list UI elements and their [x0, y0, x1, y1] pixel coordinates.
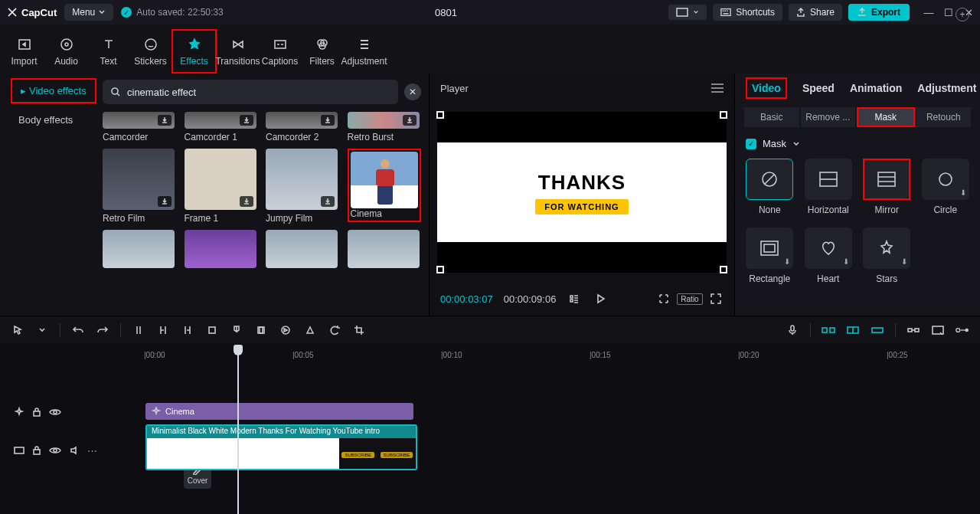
timeline[interactable]: ⋯ Cover |00:00 |00:05 |00:10 |00:15 |00:…	[0, 343, 980, 514]
ratio-button[interactable]: Ratio	[682, 291, 697, 306]
tab-filters[interactable]: Filters	[301, 29, 343, 74]
tab-text[interactable]: Text	[87, 29, 129, 74]
snap-2[interactable]	[846, 323, 860, 337]
mask-horizontal[interactable]	[805, 159, 852, 200]
highlight-mirror-mask	[863, 159, 910, 200]
effect-extra-3[interactable]	[266, 230, 338, 268]
shortcuts-button[interactable]: Shortcuts	[713, 4, 782, 21]
inspect-tab-speed[interactable]: Speed	[802, 82, 835, 94]
mask-mirror[interactable]	[864, 160, 909, 198]
timecode-total: 00:00:09:06	[504, 293, 557, 305]
preview-tool[interactable]	[931, 323, 945, 337]
mask-none[interactable]	[746, 159, 793, 200]
pointer-tool[interactable]	[11, 323, 24, 337]
aspect-ratio-button[interactable]	[668, 5, 707, 20]
chevron-down-icon[interactable]	[35, 323, 49, 337]
undo-button[interactable]	[71, 323, 85, 337]
effect-camcorder-1[interactable]	[185, 112, 256, 129]
effect-cinema[interactable]	[351, 152, 418, 208]
subtab-basic[interactable]: Basic	[744, 107, 799, 127]
lock-icon	[32, 445, 41, 456]
download-icon	[243, 116, 250, 124]
sidebar-item-video-effects[interactable]: ▸ Video effects	[13, 80, 94, 101]
effect-extra-1[interactable]	[103, 230, 175, 268]
download-icon	[406, 116, 413, 124]
share-button[interactable]: Share	[789, 4, 842, 21]
mask-toggle[interactable]: ✓ Mask	[746, 138, 969, 149]
maximize-button[interactable]: ☐	[943, 7, 954, 18]
mic-button[interactable]	[786, 323, 799, 337]
effect-retro-film[interactable]	[103, 149, 175, 210]
effect-extra-2[interactable]	[185, 230, 256, 268]
tab-audio[interactable]: Audio	[45, 29, 87, 74]
reverse-tool[interactable]	[279, 323, 292, 337]
tab-adjustment[interactable]: Adjustment	[343, 29, 385, 74]
mask-stars[interactable]: ⬇	[863, 228, 910, 269]
tab-effects[interactable]: Effects	[173, 31, 215, 72]
sidebar-item-body-effects[interactable]: Body effects	[11, 110, 80, 130]
tab-transitions[interactable]: Transitions	[217, 29, 259, 74]
player-menu-button[interactable]	[711, 83, 724, 93]
minimize-button[interactable]: —	[923, 7, 934, 18]
freeze-tool[interactable]	[254, 323, 268, 337]
clear-search-button[interactable]: ✕	[404, 83, 421, 100]
zoom-slider[interactable]	[956, 323, 969, 337]
aspect-icon	[676, 8, 688, 17]
menu-button[interactable]: Menu	[64, 4, 113, 21]
timecode-current: 00:00:03:07	[440, 293, 493, 305]
trim-right-tool[interactable]	[181, 323, 194, 337]
snap-3[interactable]	[871, 323, 884, 337]
inspect-tab-animation[interactable]: Animation	[850, 82, 902, 94]
effect-clip-cinema[interactable]: Cinema	[145, 403, 413, 420]
subtab-remove[interactable]: Remove ...	[801, 107, 856, 127]
more-icon[interactable]: ⋯	[87, 445, 97, 457]
crop-tool[interactable]	[352, 323, 366, 337]
play-button[interactable]	[593, 291, 608, 306]
link-tool[interactable]	[906, 323, 920, 337]
svg-rect-34	[34, 450, 40, 454]
video-clip-main[interactable]: Minimalist Black White Modern Thanks For…	[145, 424, 417, 470]
rotate-tool[interactable]	[328, 323, 341, 337]
tab-import[interactable]: Import	[3, 29, 45, 74]
inspect-tab-adjustment[interactable]: Adjustment	[917, 82, 976, 94]
redo-button[interactable]	[96, 323, 109, 337]
highlight-cinema: Cinema	[348, 149, 422, 222]
effect-retro-burst[interactable]	[348, 112, 420, 129]
subtab-retouch[interactable]: Retouch	[916, 107, 972, 127]
zoom-in-button[interactable]: +	[956, 8, 969, 21]
effect-camcorder-2[interactable]	[266, 112, 338, 129]
tab-stickers[interactable]: Stickers	[129, 29, 172, 74]
split-tool[interactable]	[132, 323, 145, 337]
mask-rectangle[interactable]: ⬇	[746, 228, 793, 269]
adjustment-icon	[357, 37, 372, 52]
effect-camcorder[interactable]	[103, 112, 175, 129]
svg-rect-17	[209, 327, 215, 333]
effect-jumpy-film[interactable]	[266, 149, 338, 210]
effect-extra-4[interactable]	[348, 230, 420, 268]
export-button[interactable]: Export	[848, 4, 910, 21]
search-input[interactable]	[127, 87, 390, 98]
delete-tool[interactable]	[205, 323, 219, 337]
fullscreen-button[interactable]	[708, 291, 724, 306]
snap-1[interactable]	[822, 323, 835, 337]
mask-circle[interactable]: ⬇	[922, 159, 969, 200]
subtab-mask[interactable]: Mask	[858, 109, 913, 126]
video-track-controls[interactable]: ⋯	[0, 438, 107, 463]
playhead[interactable]	[237, 348, 239, 514]
search-input-wrapper[interactable]	[103, 80, 398, 104]
svg-rect-25	[872, 328, 883, 332]
download-icon	[243, 198, 250, 205]
marker-tool[interactable]	[230, 323, 243, 337]
crop-icon[interactable]	[656, 291, 671, 306]
list-view-icon[interactable]	[567, 291, 582, 306]
inspect-tab-video[interactable]: Video	[752, 82, 781, 94]
video-preview[interactable]: THANKS FOR WATCHING	[437, 112, 727, 273]
mask-heart[interactable]: ⬇	[805, 228, 852, 269]
trim-left-tool[interactable]	[156, 323, 170, 337]
effect-frame-1[interactable]	[185, 149, 256, 210]
timeline-toolbar: +	[0, 316, 980, 343]
mirror-tool[interactable]	[303, 323, 317, 337]
tab-captions[interactable]: Captions	[259, 29, 301, 74]
effect-track-controls[interactable]	[0, 400, 107, 424]
svg-point-4	[65, 43, 68, 46]
